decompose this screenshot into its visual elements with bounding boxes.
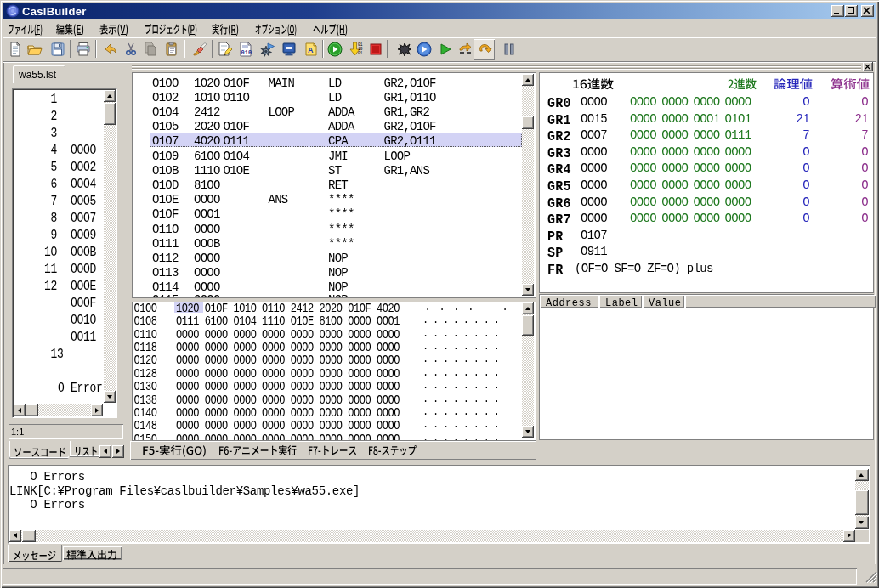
svg-text:010: 010 xyxy=(241,49,252,56)
svg-text:01: 01 xyxy=(358,51,363,55)
svg-text:A: A xyxy=(308,46,314,54)
